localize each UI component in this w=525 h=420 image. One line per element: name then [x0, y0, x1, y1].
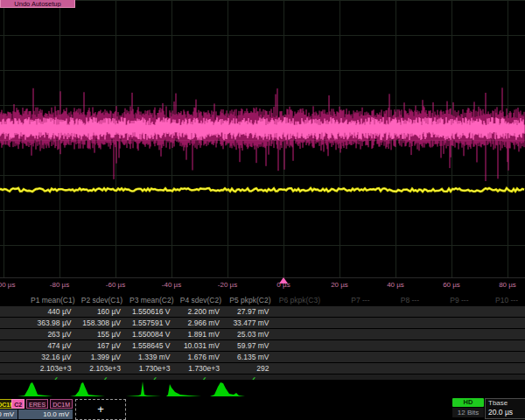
timebase-scale-value: 20.0 µs	[488, 408, 525, 417]
measurement-row-sdev: 32.16 µV 1.399 µV 1.339 mV 1.676 mV 6.13…	[0, 352, 525, 362]
measurement-row-mean: 363.98 µV 158.308 µV 1.557591 V 2.966 mV…	[0, 318, 525, 328]
measurement-histicon	[18, 381, 52, 397]
measurement-value: 1.891 mV	[179, 329, 229, 340]
c2-coupling-badge: DC1M	[50, 399, 73, 409]
hd-mode-badge[interactable]: HD 12 Bits	[452, 398, 484, 417]
time-tick-label: 0 µs	[276, 281, 290, 289]
c2-channel-badge: C2	[11, 399, 24, 409]
time-axis: -100 µs -80 µs -60 µs -40 µs -20 µs 0 µs…	[0, 278, 525, 294]
measurement-value: 158.308 µV	[80, 318, 130, 328]
measurement-value: 1.676 mV	[179, 352, 229, 362]
histicon-strip	[0, 380, 525, 397]
time-tick-label: 60 µs	[443, 281, 460, 289]
measurement-header-p9[interactable]: P9 ---	[426, 295, 476, 305]
measurement-value: 25.03 mV	[228, 329, 278, 340]
measurement-value: 2.103e+3	[31, 363, 80, 374]
measurement-header-p5[interactable]: P5 pkpk(C2)	[228, 295, 278, 305]
measurement-value: 1.550084 V	[130, 329, 179, 340]
time-tick-label: -60 µs	[106, 281, 125, 289]
measurement-value: 1.730e+3	[130, 363, 179, 374]
waveform-graticule: Undo Autosetup	[0, 0, 525, 278]
measurement-header-row: P1 mean(C1) P2 sdev(C1) P3 mean(C2) P4 s…	[0, 295, 525, 305]
measurement-row-min: 263 µV 155 µV 1.550084 V 1.891 mV 25.03 …	[0, 329, 525, 340]
add-trace-button[interactable]: +	[75, 399, 126, 420]
measurement-value: 1.550616 V	[130, 306, 179, 317]
hd-bits-label: 12 Bits	[452, 408, 484, 417]
waveform-traces	[0, 0, 525, 278]
oscilloscope-screen: Undo Autosetup -100 µs -80 µs -60 µs -40…	[0, 0, 525, 420]
measurement-histicon	[126, 381, 161, 397]
time-tick-label: -20 µs	[218, 281, 237, 289]
measurement-table: P1 mean(C1) P2 sdev(C1) P3 mean(C2) P4 s…	[0, 295, 525, 386]
measurement-row-max: 474 µV 167 µV 1.558645 V 10.031 mV 59.97…	[0, 340, 525, 351]
time-tick-label: 40 µs	[387, 281, 404, 289]
c1-scale-value: 50.0 mV	[0, 410, 18, 419]
measurement-value: 1.557591 V	[130, 318, 179, 328]
measurement-header-p4[interactable]: P4 sdev(C2)	[179, 295, 229, 305]
measurement-value: 155 µV	[80, 329, 130, 340]
measurement-value: 440 µV	[31, 306, 80, 317]
time-tick-label: 20 µs	[331, 281, 348, 289]
measurement-header-p8[interactable]: P8 ---	[377, 295, 427, 305]
measurement-value: 474 µV	[31, 340, 80, 351]
time-tick-label: -40 µs	[162, 281, 181, 289]
measurement-header-p1[interactable]: P1 mean(C1)	[31, 295, 80, 305]
measurement-value: 1.399 µV	[80, 352, 130, 362]
hd-label: HD	[452, 398, 484, 407]
measurement-header-p3[interactable]: P3 mean(C2)	[130, 295, 179, 305]
timebase-descriptor[interactable]: Tbase 20.0 µs	[485, 398, 525, 419]
time-tick-label: -80 µs	[50, 281, 69, 289]
time-tick-label: -100 µs	[0, 281, 15, 289]
plus-icon: +	[97, 402, 104, 416]
channel-c2-descriptor[interactable]: C2 ERES DC1M 10.0 mV	[18, 399, 73, 420]
measurement-value: 263 µV	[31, 329, 80, 340]
measurement-value: 1.339 mV	[130, 352, 179, 362]
measurement-value: 32.16 µV	[31, 352, 80, 362]
measurement-row-num: 2.103e+3 2.103e+3 1.730e+3 1.730e+3 292	[0, 363, 525, 374]
measurement-histicon	[70, 381, 105, 397]
measurement-value: 27.97 mV	[228, 306, 278, 317]
measurement-row-value: 440 µV 160 µV 1.550616 V 2.200 mV 27.97 …	[0, 306, 525, 317]
measurement-value: 6.135 mV	[228, 352, 278, 362]
measurement-header-p7[interactable]: P7 ---	[327, 295, 377, 305]
measurement-value: 160 µV	[80, 306, 130, 317]
measurement-value: 2.966 mV	[179, 318, 229, 328]
measurement-header-p6[interactable]: P6 pkpk(C3)	[278, 295, 328, 305]
measurement-value: 33.477 mV	[228, 318, 278, 328]
measurement-value: 1.730e+3	[179, 363, 229, 374]
measurement-value: 10.031 mV	[179, 340, 229, 351]
measurement-value: 167 µV	[80, 340, 130, 351]
measurement-header-p10[interactable]: P10 ---	[476, 295, 525, 305]
measurement-value: 2.200 mV	[179, 306, 229, 317]
c2-eres-badge: ERES	[26, 399, 48, 409]
measurement-value: 292	[228, 363, 278, 374]
measurement-value: 363.98 µV	[31, 318, 80, 328]
time-tick-label: 80 µs	[499, 281, 516, 289]
measurement-header-p2[interactable]: P2 sdev(C1)	[80, 295, 130, 305]
bottom-descriptor-bar: C1 DC1M 50.0 mV C2 ERES DC1M 10.0 mV + H…	[0, 397, 525, 420]
measurement-value: 2.103e+3	[80, 363, 130, 374]
measurement-histicon	[166, 381, 201, 397]
undo-autosetup-button[interactable]: Undo Autosetup	[0, 0, 75, 8]
timebase-label: Tbase	[488, 399, 525, 408]
measurement-histicon	[210, 381, 245, 397]
measurement-value: 59.97 mV	[228, 340, 278, 351]
c2-scale-value: 10.0 mV	[18, 410, 73, 419]
measurement-value: 1.558645 V	[130, 340, 179, 351]
